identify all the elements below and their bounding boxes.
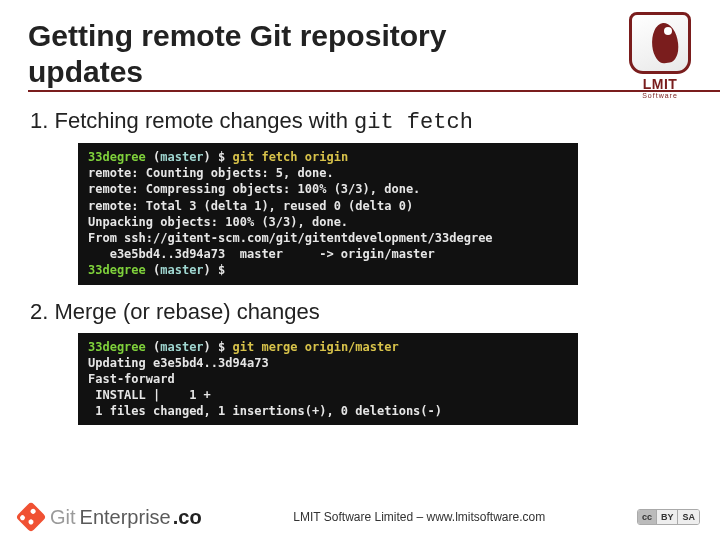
logo-subtext: Software [622,92,698,99]
cc-part: cc [638,510,656,524]
cc-part: BY [656,510,678,524]
terminal-line: From ssh://gitent-scm.com/git/gitentdeve… [88,230,568,246]
git-logo-icon [15,501,46,532]
slide: LMIT Software Getting remote Git reposit… [0,0,720,540]
terminal-line: Unpacking objects: 100% (3/3), done. [88,214,568,230]
slide-title: Getting remote Git repository updates [28,18,558,90]
cc-license-badge: ccBYSA [637,509,700,525]
terminal-line: INSTALL | 1 + [88,387,568,403]
title-area: Getting remote Git repository updates [28,18,692,90]
footer: GitEnterprise.co LMIT Software Limited –… [0,492,720,540]
terminal-line: remote: Counting objects: 5, done. [88,165,568,181]
list-item-text: 1. Fetching remote changes with git fetc… [30,108,692,135]
terminal-output: 33degree (master) $ git fetch originremo… [78,143,578,285]
content-area: 1. Fetching remote changes with git fetc… [28,108,692,425]
terminal-output: 33degree (master) $ git merge origin/mas… [78,333,578,426]
list-item: 1. Fetching remote changes with git fetc… [28,108,692,285]
terminal-line: remote: Total 3 (delta 1), reused 0 (del… [88,198,568,214]
terminal-line: e3e5bd4..3d94a73 master -> origin/master [88,246,568,262]
brand-co: .co [173,506,202,529]
terminal-line: 1 files changed, 1 insertions(+), 0 dele… [88,403,568,419]
terminal-line: remote: Compressing objects: 100% (3/3),… [88,181,568,197]
footer-copyright: LMIT Software Limited – www.lmitsoftware… [293,510,545,524]
brand-enterprise: Enterprise [80,506,171,529]
list-item-text: 2. Merge (or rebase) changes [30,299,692,325]
terminal-line: Fast-forward [88,371,568,387]
list-item: 2. Merge (or rebase) changes33degree (ma… [28,299,692,426]
terminal-line: 33degree (master) $ [88,262,568,278]
terminal-line: 33degree (master) $ git merge origin/mas… [88,339,568,355]
footer-brand: GitEnterprise.co [20,506,202,529]
title-underline [28,90,720,92]
inline-code: git fetch [354,110,473,135]
brand-git: Git [50,506,76,529]
cc-part: SA [677,510,699,524]
terminal-line: Updating e3e5bd4..3d94a73 [88,355,568,371]
terminal-line: 33degree (master) $ git fetch origin [88,149,568,165]
